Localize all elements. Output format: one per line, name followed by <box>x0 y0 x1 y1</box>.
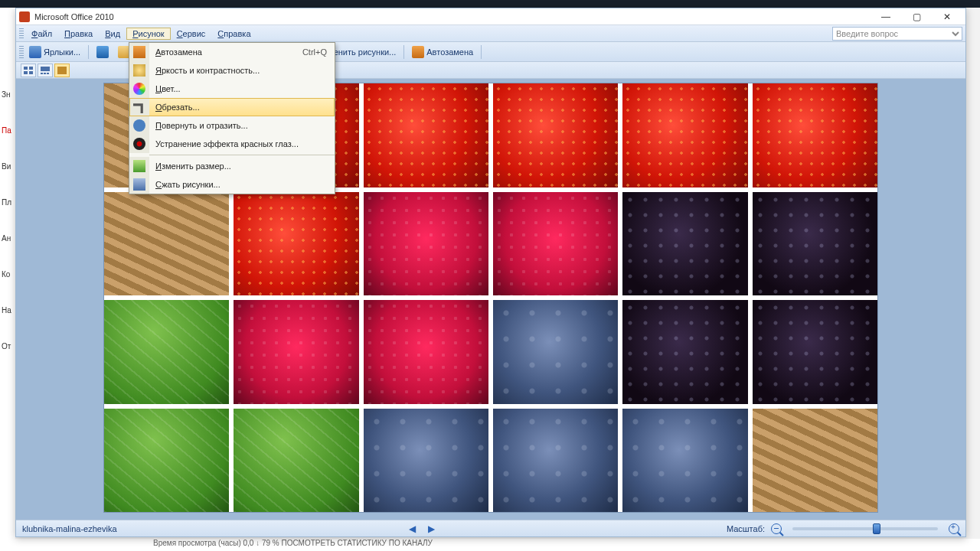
image-cell <box>104 409 229 513</box>
menu-item[interactable]: АвтозаменаCtrl+Q <box>129 43 335 61</box>
image-cell <box>622 300 747 404</box>
menu-item-label: Изменить размер... <box>155 161 327 171</box>
menu-gutter <box>129 116 149 135</box>
view-thumbnails-button[interactable] <box>21 64 36 77</box>
menu-item[interactable]: Повернуть и отразить... <box>129 116 335 135</box>
menu-item-label: Автозамена <box>155 47 302 57</box>
ic-crop-icon <box>133 101 145 113</box>
zoom-in-button[interactable] <box>949 523 959 534</box>
bg-sidebar: ЗнПаВиПлАнКоНаОт <box>0 77 15 364</box>
menu-item-label: Сжать рисунки... <box>155 180 327 189</box>
svg-rect-6 <box>44 73 46 74</box>
image-cell <box>234 300 358 404</box>
image-cell <box>493 192 618 296</box>
next-image-button[interactable]: ▶ <box>425 523 438 534</box>
image-cell <box>234 409 358 513</box>
menu-справка[interactable]: Справка <box>211 28 256 40</box>
zoom-slider[interactable] <box>792 527 938 530</box>
svg-rect-7 <box>47 73 49 74</box>
toolbar-separator <box>481 45 482 59</box>
image-cell <box>493 300 618 404</box>
menu-item-label: Повернуть и отразить... <box>155 121 327 130</box>
zoom-label: Масштаб: <box>727 524 765 533</box>
menu-item[interactable]: Яркость и контрастность... <box>129 61 335 80</box>
image-cell <box>622 83 747 187</box>
image-cell <box>753 300 877 404</box>
single-icon <box>57 67 67 74</box>
prev-image-button[interactable]: ◀ <box>406 523 419 534</box>
shortcuts-button[interactable]: Ярлыки... <box>25 44 84 60</box>
save-button[interactable] <box>93 44 113 60</box>
menu-gutter <box>129 80 149 98</box>
svg-rect-8 <box>57 67 67 74</box>
menubar-grip[interactable] <box>19 28 24 39</box>
menu-item-label: Яркость и контрастность... <box>155 66 327 75</box>
image-cell <box>364 300 488 404</box>
toolbar-separator <box>88 45 89 59</box>
menu-item[interactable]: Устранение эффекта красных глаз... <box>129 135 335 153</box>
menu-item[interactable]: Цвет... <box>129 80 335 98</box>
menu-item[interactable]: Изменить размер... <box>129 157 335 175</box>
ic-color-icon <box>133 83 145 95</box>
view-filmstrip-button[interactable] <box>38 64 53 77</box>
menu-gutter <box>129 135 149 153</box>
svg-rect-4 <box>41 67 50 71</box>
shortcuts-label: Ярлыки... <box>44 47 80 57</box>
toolbar-separator <box>403 45 404 59</box>
window-minimize-button[interactable]: — <box>871 9 901 24</box>
app-icon <box>19 11 30 22</box>
menu-separator <box>149 155 335 155</box>
menu-рисунок[interactable]: Рисунок <box>126 28 171 40</box>
window-maximize-button[interactable]: ▢ <box>901 9 932 24</box>
help-search[interactable]: Введите вопрос <box>832 27 962 41</box>
autocorrect-icon <box>412 46 424 58</box>
menu-правка[interactable]: Правка <box>58 28 99 40</box>
menu-gutter <box>129 61 149 80</box>
autocorrect-label: Автозамена <box>426 47 473 57</box>
menu-вид[interactable]: Вид <box>99 28 126 40</box>
save-icon <box>96 46 109 58</box>
menu-item[interactable]: Сжать рисунки... <box>129 175 335 194</box>
picture-menu-dropdown[interactable]: АвтозаменаCtrl+QЯркость и контрастность.… <box>129 42 335 194</box>
ic-bright-icon <box>133 64 145 77</box>
menu-gutter <box>129 98 149 116</box>
image-cell <box>104 192 229 296</box>
menu-item[interactable]: Обрезать... <box>129 98 335 116</box>
image-cell <box>364 83 488 187</box>
svg-rect-5 <box>41 73 43 74</box>
svg-rect-1 <box>29 67 33 70</box>
menubar: ФайлПравкаВидРисунокСервисСправка Введит… <box>16 25 965 42</box>
menu-gutter <box>129 43 149 61</box>
menu-item-label: Устранение эффекта красных глаз... <box>155 139 327 148</box>
view-single-button[interactable] <box>54 64 70 77</box>
help-search-select[interactable]: Введите вопрос <box>832 27 962 41</box>
image-cell <box>364 409 488 513</box>
svg-rect-0 <box>24 67 28 70</box>
menu-item-label: Обрезать... <box>155 103 327 112</box>
ic-redeye-icon <box>133 138 145 150</box>
os-taskbar <box>0 0 980 8</box>
ic-resize-icon <box>133 160 145 172</box>
svg-rect-2 <box>24 71 28 74</box>
window-close-button[interactable]: ✕ <box>932 9 962 24</box>
image-cell <box>234 192 358 296</box>
menu-файл[interactable]: Файл <box>25 28 58 40</box>
shortcuts-icon <box>29 46 41 58</box>
toolbar-grip[interactable] <box>19 46 24 58</box>
titlebar[interactable]: Microsoft Office 2010 — ▢ ✕ <box>16 8 965 25</box>
zoom-thumb[interactable] <box>873 523 880 534</box>
menu-gutter <box>129 157 149 175</box>
svg-rect-3 <box>29 71 33 74</box>
app-title: Microsoft Office 2010 <box>34 12 114 21</box>
image-cell <box>493 83 618 187</box>
image-cell <box>493 409 618 513</box>
ic-auto-icon <box>133 46 145 58</box>
image-cell <box>753 409 877 513</box>
autocorrect-button[interactable]: Автозамена <box>408 44 477 60</box>
image-cell <box>622 409 747 513</box>
menu-сервис[interactable]: Сервис <box>171 28 212 40</box>
bg-bottom-text: Время просмотра (часы) 0,0 ↓ 79 % ПОСМОТ… <box>0 539 980 551</box>
zoom-out-button[interactable] <box>771 523 782 534</box>
menu-gutter <box>129 175 149 194</box>
image-cell <box>753 83 877 187</box>
